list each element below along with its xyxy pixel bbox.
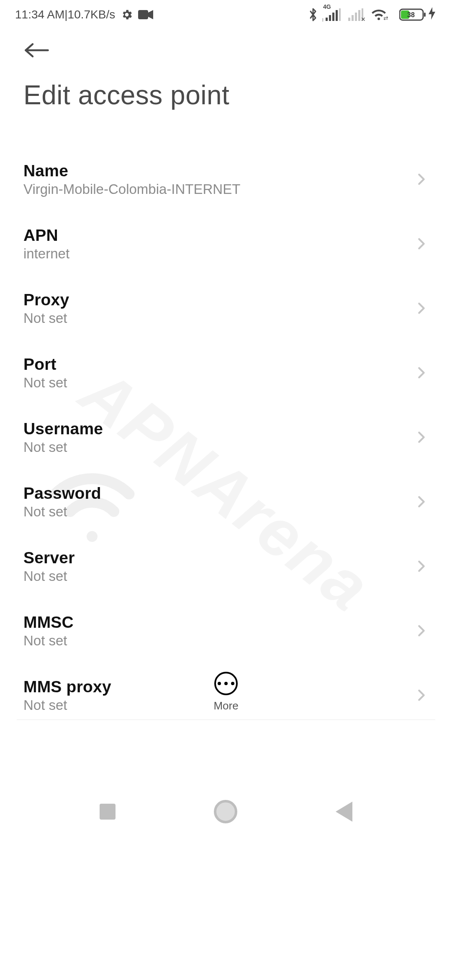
svg-rect-0	[138, 10, 148, 19]
svg-rect-8	[355, 13, 357, 21]
settings-list: Name Virgin-Mobile-Colombia-INTERNET APN…	[0, 152, 452, 722]
svg-rect-7	[352, 15, 354, 21]
setting-value: Not set	[23, 504, 101, 520]
setting-value: Not set	[23, 375, 67, 391]
chevron-right-icon	[414, 495, 429, 509]
svg-rect-2	[329, 15, 331, 21]
status-sep: |	[64, 8, 67, 21]
setting-row-proxy[interactable]: Proxy Not set	[23, 281, 429, 335]
setting-value: Virgin-Mobile-Colombia-INTERNET	[23, 181, 240, 197]
camera-icon	[138, 9, 153, 20]
status-speed: 10.7KB/s	[68, 8, 116, 21]
chevron-right-icon	[414, 624, 429, 638]
charging-bolt-icon	[429, 7, 435, 23]
setting-row-name[interactable]: Name Virgin-Mobile-Colombia-INTERNET	[23, 152, 429, 206]
nav-back-button[interactable]	[336, 802, 352, 822]
status-time: 11:34 AM	[15, 8, 64, 21]
chevron-right-icon	[414, 430, 429, 444]
status-bar: 11:34 AM | 10.7KB/s 4G ↕ ✕ ⇄	[0, 0, 452, 29]
setting-title: APN	[23, 226, 69, 245]
svg-rect-3	[332, 13, 334, 21]
setting-row-port[interactable]: Port Not set	[23, 346, 429, 400]
svg-rect-4	[336, 10, 338, 21]
setting-value: internet	[23, 246, 69, 262]
more-label: More	[213, 699, 238, 712]
battery-indicator: 38	[399, 7, 435, 23]
signal-sim1: 4G ↕	[326, 8, 341, 21]
setting-row-server[interactable]: Server Not set	[23, 539, 429, 593]
chevron-right-icon	[414, 559, 429, 573]
setting-row-mmsc[interactable]: MMSC Not set	[23, 604, 429, 658]
setting-title: Port	[23, 355, 67, 374]
setting-value: Not set	[23, 310, 69, 326]
setting-value: Not set	[23, 633, 74, 649]
chevron-right-icon	[414, 237, 429, 251]
more-dots-icon	[214, 672, 238, 695]
bluetooth-icon	[308, 7, 318, 22]
setting-title: Name	[23, 162, 240, 180]
setting-title: Server	[23, 549, 75, 567]
setting-row-apn[interactable]: APN internet	[23, 217, 429, 271]
signal-sim2: ✕	[348, 8, 363, 21]
svg-rect-9	[358, 10, 360, 21]
setting-value: Not set	[23, 439, 103, 455]
nav-home-button[interactable]	[214, 800, 237, 823]
setting-title: Proxy	[23, 291, 69, 309]
more-button[interactable]: More	[213, 672, 238, 712]
page-title: Edit access point	[23, 80, 429, 111]
setting-row-username[interactable]: Username Not set	[23, 410, 429, 464]
divider	[17, 720, 435, 720]
svg-rect-1	[326, 18, 328, 21]
setting-title: Username	[23, 420, 103, 438]
setting-title: Password	[23, 484, 101, 503]
arrow-left-icon	[23, 42, 50, 59]
chevron-right-icon	[414, 301, 429, 315]
setting-title: MMSC	[23, 613, 74, 632]
svg-rect-5	[339, 8, 341, 21]
gear-icon	[121, 8, 133, 21]
svg-rect-13	[424, 13, 426, 17]
wifi-icon: ⇄	[371, 8, 392, 21]
back-button[interactable]	[23, 37, 50, 64]
system-nav-bar	[0, 781, 452, 842]
svg-rect-6	[348, 18, 350, 21]
setting-row-password[interactable]: Password Not set	[23, 475, 429, 529]
chevron-right-icon	[414, 366, 429, 380]
nav-recent-apps-button[interactable]	[100, 804, 116, 820]
chevron-right-icon	[414, 172, 429, 186]
battery-percent-text: 38	[407, 11, 415, 18]
setting-value: Not set	[23, 568, 75, 584]
